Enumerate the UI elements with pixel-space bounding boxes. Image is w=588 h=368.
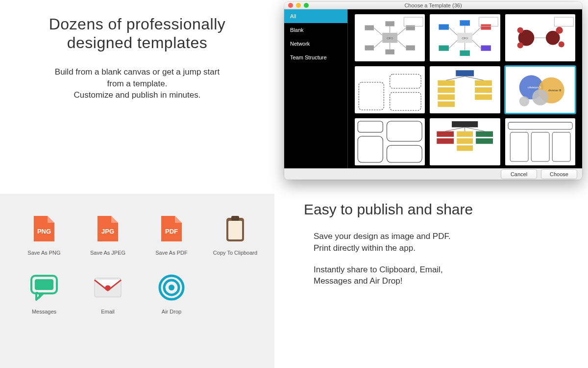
template-thumb-1[interactable]: CFO xyxy=(355,14,425,61)
svg-line-10 xyxy=(374,27,382,35)
svg-rect-65 xyxy=(437,138,454,144)
template-thumb-4[interactable] xyxy=(355,66,425,113)
svg-line-25 xyxy=(449,27,457,35)
svg-rect-78 xyxy=(228,221,242,239)
share-email[interactable]: Email xyxy=(78,272,137,315)
sidebar-item-blank[interactable]: Blank xyxy=(284,23,347,37)
svg-line-11 xyxy=(397,27,406,35)
svg-rect-63 xyxy=(457,138,473,144)
svg-rect-70 xyxy=(508,122,572,129)
template-thumb-9[interactable] xyxy=(505,118,575,165)
svg-point-53 xyxy=(532,89,548,105)
svg-rect-59 xyxy=(452,121,478,127)
svg-point-35 xyxy=(558,41,564,47)
svg-rect-44 xyxy=(438,87,455,93)
hero-bottom-title: Easy to publish and share xyxy=(304,201,573,218)
svg-point-85 xyxy=(169,285,174,290)
svg-rect-73 xyxy=(552,132,570,161)
thumb6-left-label: ulivision 3 xyxy=(528,85,541,89)
svg-rect-62 xyxy=(457,131,473,137)
svg-line-50 xyxy=(465,76,484,80)
svg-line-49 xyxy=(446,76,465,80)
svg-rect-19 xyxy=(439,45,449,51)
svg-line-26 xyxy=(472,27,481,35)
hero-bottom-p2: Instantly share to Clipboard, Email, Mes… xyxy=(304,264,573,288)
svg-point-34 xyxy=(556,26,563,33)
p1-line1: Save your design as image and PDF. xyxy=(314,232,451,241)
svg-rect-47 xyxy=(475,94,492,100)
hero-title-line2: designed templates xyxy=(67,34,208,52)
svg-rect-21 xyxy=(460,20,470,26)
share-panel: PNG Save As PNG JPG Save As JPEG PDF Sav… xyxy=(0,194,274,368)
choose-button[interactable]: Choose xyxy=(541,169,577,179)
svg-point-54 xyxy=(519,96,529,106)
window-titlebar[interactable]: Choose a Template (36) xyxy=(284,2,582,9)
hero-top-paragraph: Build from a blank canvas or get a jump … xyxy=(0,66,274,101)
sidebar-item-team-structure[interactable]: Team Structure xyxy=(284,51,347,64)
svg-rect-64 xyxy=(457,145,473,151)
svg-text:PDF: PDF xyxy=(165,228,178,235)
svg-rect-42 xyxy=(438,80,455,86)
svg-rect-37 xyxy=(554,17,573,26)
clipboard-icon xyxy=(221,213,249,244)
share-item-label: Messages xyxy=(32,309,56,315)
template-thumbnail-grid: CFO CFO xyxy=(348,9,582,168)
share-save-pdf[interactable]: PDF Save As PDF xyxy=(142,213,201,256)
svg-rect-6 xyxy=(385,21,394,26)
save-pdf-icon: PDF xyxy=(157,213,186,244)
svg-point-32 xyxy=(517,27,523,33)
svg-rect-46 xyxy=(438,94,455,100)
thumb6-right-label: division B xyxy=(548,88,561,92)
share-item-label: Email xyxy=(101,309,115,315)
hero-para-line2: from a template. xyxy=(107,79,168,88)
template-thumb-7[interactable] xyxy=(355,118,425,165)
svg-rect-20 xyxy=(481,45,491,51)
svg-rect-38 xyxy=(359,82,384,110)
svg-rect-41 xyxy=(456,70,474,76)
cancel-button[interactable]: Cancel xyxy=(501,169,537,179)
svg-rect-72 xyxy=(531,132,549,161)
share-item-label: Copy To Clipboard xyxy=(213,250,257,256)
svg-rect-22 xyxy=(460,51,470,56)
template-thumb-8[interactable] xyxy=(430,118,500,165)
svg-rect-71 xyxy=(510,132,528,161)
hero-top-text: Dozens of professionally designed templa… xyxy=(0,15,274,101)
p2-line1: Instantly share to Clipboard, Email, xyxy=(314,265,443,274)
sidebar-item-network[interactable]: Network xyxy=(284,37,347,51)
share-item-label: Save As PDF xyxy=(155,250,187,256)
share-messages[interactable]: Messages xyxy=(15,272,74,315)
sidebar-item-label: All xyxy=(290,13,296,19)
share-save-jpeg[interactable]: JPG Save As JPEG xyxy=(78,213,137,256)
sidebar-item-all[interactable]: All xyxy=(284,9,347,23)
share-airdrop[interactable]: Air Drop xyxy=(142,272,201,315)
sidebar-item-label: Network xyxy=(290,41,310,47)
window-title: Choose a Template (36) xyxy=(284,2,582,8)
svg-line-67 xyxy=(445,127,465,131)
template-category-sidebar: All Blank Network Team Structure xyxy=(284,9,348,168)
svg-text:CFO: CFO xyxy=(387,36,393,40)
window-footer: Cancel Choose xyxy=(284,168,582,180)
svg-rect-55 xyxy=(358,121,383,132)
svg-rect-18 xyxy=(481,24,491,29)
template-thumb-2[interactable]: CFO xyxy=(430,14,500,61)
template-thumb-3[interactable] xyxy=(505,14,575,61)
hero-para-line1: Build from a blank canvas or get a jump … xyxy=(55,67,220,77)
hero-title-line1: Dozens of professionally xyxy=(49,15,226,33)
svg-text:PNG: PNG xyxy=(37,228,51,235)
share-clipboard[interactable]: Copy To Clipboard xyxy=(206,213,265,256)
svg-rect-40 xyxy=(390,92,421,110)
save-jpeg-icon: JPG xyxy=(94,213,122,244)
svg-line-28 xyxy=(472,40,481,48)
sidebar-item-label: Blank xyxy=(290,27,304,33)
share-save-png[interactable]: PNG Save As PNG xyxy=(15,213,74,256)
template-thumb-6[interactable]: ulivision 3 division B xyxy=(505,66,575,113)
share-item-label: Air Drop xyxy=(162,309,181,315)
svg-text:CFO: CFO xyxy=(462,36,468,40)
svg-rect-48 xyxy=(438,102,455,107)
svg-rect-43 xyxy=(475,80,492,86)
hero-bottom-text: Easy to publish and share Save your desi… xyxy=(304,201,573,297)
email-icon xyxy=(94,272,122,303)
template-thumb-5[interactable] xyxy=(430,66,500,113)
svg-rect-81 xyxy=(35,279,53,290)
p1-line2: Print directly within the app. xyxy=(314,243,416,253)
